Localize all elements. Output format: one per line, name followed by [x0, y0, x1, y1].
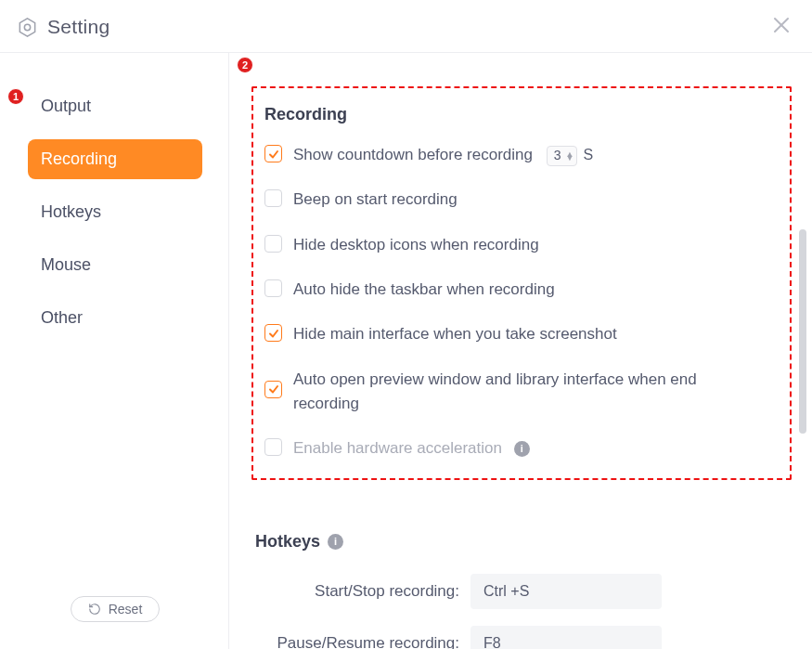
- hotkey-input-pause-resume[interactable]: F8: [470, 626, 662, 649]
- sidebar: Output Recording Hotkeys Mouse Other Res…: [0, 53, 229, 649]
- option-beep: Beep on start recording: [264, 188, 779, 212]
- sidebar-item-other[interactable]: Other: [28, 298, 202, 338]
- header-left: Setting: [17, 16, 110, 38]
- hotkeys-title-text: Hotkeys: [255, 532, 320, 552]
- option-hw-accel: Enable hardware acceleration i: [264, 436, 779, 461]
- sidebar-item-mouse[interactable]: Mouse: [28, 245, 202, 285]
- countdown-value-group: 3 ▲ ▼ S: [547, 144, 593, 167]
- sidebar-item-label: Mouse: [41, 255, 91, 274]
- option-hw-accel-text: Enable hardware acceleration: [293, 439, 502, 457]
- option-hide-taskbar: Auto hide the taskbar when recording: [264, 278, 779, 302]
- hotkey-input-start-stop[interactable]: Ctrl +S: [470, 574, 662, 609]
- reset-button[interactable]: Reset: [71, 596, 161, 622]
- countdown-spinner[interactable]: 3 ▲ ▼: [547, 146, 578, 166]
- info-icon[interactable]: i: [514, 441, 530, 457]
- countdown-unit: S: [583, 144, 593, 167]
- checkbox-auto-preview[interactable]: [264, 381, 282, 398]
- spinner-down[interactable]: ▼: [566, 156, 574, 160]
- sidebar-item-label: Other: [41, 308, 83, 327]
- scrollbar-thumb[interactable]: [799, 229, 806, 434]
- annotation-badge-1: 1: [7, 88, 24, 105]
- sidebar-item-label: Output: [41, 97, 91, 115]
- option-hide-icons: Hide desktop icons when recording: [264, 233, 779, 257]
- checkbox-beep[interactable]: [264, 189, 282, 207]
- option-countdown-text: Show countdown before recording: [293, 146, 533, 163]
- recording-section-highlight: Recording Show countdown before recordin…: [251, 86, 792, 480]
- sidebar-item-recording[interactable]: Recording: [28, 139, 202, 179]
- checkbox-hide-taskbar[interactable]: [264, 279, 282, 297]
- checkbox-countdown[interactable]: [264, 145, 282, 162]
- sidebar-list: Output Recording Hotkeys Mouse Other: [28, 86, 202, 596]
- section-title-hotkeys: Hotkeys i: [255, 532, 792, 552]
- option-countdown: Show countdown before recording 3 ▲ ▼ S: [264, 143, 779, 167]
- option-beep-label: Beep on start recording: [293, 188, 458, 212]
- checkbox-hw-accel[interactable]: [264, 438, 282, 456]
- hotkey-row-start-stop: Start/Stop recording: Ctrl +S: [255, 574, 792, 609]
- section-title-recording: Recording: [264, 105, 779, 124]
- option-hide-main: Hide main interface when you take screen…: [264, 322, 779, 346]
- svg-marker-0: [19, 18, 34, 35]
- option-auto-preview: Auto open preview window and library int…: [264, 368, 779, 417]
- hotkey-label-start-stop: Start/Stop recording:: [255, 582, 470, 601]
- spinner-arrows: ▲ ▼: [566, 152, 574, 160]
- gear-icon: [17, 17, 38, 38]
- hotkey-row-pause-resume: Pause/Resume recording: F8: [255, 626, 792, 649]
- sidebar-item-label: Recording: [41, 149, 117, 168]
- checkbox-hide-icons[interactable]: [264, 235, 282, 253]
- page-title: Setting: [47, 16, 110, 38]
- reset-button-label: Reset: [109, 602, 143, 617]
- option-hide-main-label: Hide main interface when you take screen…: [293, 322, 617, 346]
- countdown-value: 3: [554, 146, 561, 166]
- option-hide-taskbar-label: Auto hide the taskbar when recording: [293, 278, 555, 302]
- content: Recording Show countdown before recordin…: [229, 53, 812, 649]
- option-countdown-label: Show countdown before recording 3 ▲ ▼ S: [293, 143, 593, 167]
- option-hide-icons-label: Hide desktop icons when recording: [293, 233, 539, 257]
- sidebar-item-label: Hotkeys: [41, 202, 101, 221]
- annotation-badge-2: 2: [237, 57, 253, 73]
- sidebar-item-hotkeys[interactable]: Hotkeys: [28, 192, 202, 232]
- hotkey-label-pause-resume: Pause/Resume recording:: [255, 634, 470, 649]
- sidebar-item-output[interactable]: Output: [28, 86, 202, 126]
- option-hw-accel-label: Enable hardware acceleration i: [293, 436, 530, 461]
- close-button[interactable]: [769, 13, 793, 41]
- header: Setting: [0, 0, 812, 53]
- checkbox-hide-main[interactable]: [264, 324, 282, 342]
- option-auto-preview-label: Auto open preview window and library int…: [293, 368, 767, 417]
- hotkeys-section: Hotkeys i Start/Stop recording: Ctrl +S …: [251, 532, 792, 649]
- info-icon[interactable]: i: [328, 534, 343, 550]
- body: Output Recording Hotkeys Mouse Other Res…: [0, 53, 812, 649]
- svg-point-1: [24, 24, 30, 30]
